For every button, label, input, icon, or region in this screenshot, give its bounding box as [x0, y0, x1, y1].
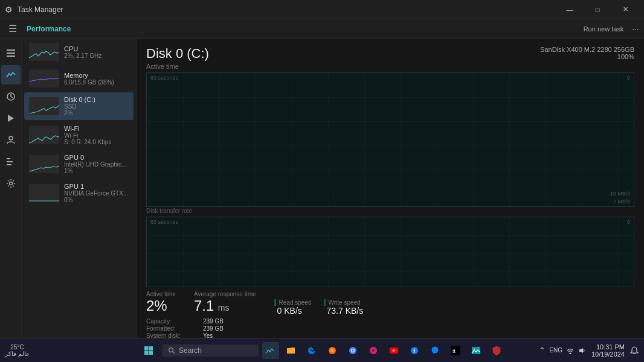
chart2-right: 0	[627, 219, 630, 225]
svg-rect-8	[7, 164, 11, 165]
avg-response-value: 7.1	[194, 297, 214, 314]
close-button[interactable]: ✕	[611, 0, 639, 19]
avg-response-value-row: 7.1 ms	[194, 297, 256, 314]
avg-response-label: Average response time	[194, 291, 256, 297]
write-speed-stat: Write speed 73.7 KB/s	[324, 299, 364, 316]
sidebar-icon-details[interactable]	[1, 152, 21, 171]
notification-icon[interactable]	[630, 346, 639, 355]
clock-date: 10/19/2024	[591, 351, 625, 358]
sidebar-icon-services[interactable]	[1, 174, 21, 193]
taskbar-app-chrome[interactable]	[344, 342, 361, 359]
svg-rect-17	[149, 346, 153, 351]
weather-widget[interactable]: 25°C عالم فاكر	[5, 344, 30, 357]
active-time-label: Active time	[146, 291, 176, 297]
taskbar-right: ⌃ ENG 10:31 PM 10/19/2024	[539, 343, 639, 358]
windows-button[interactable]	[139, 341, 158, 360]
wifi-sub2: S: 0 R: 24.0 Kbps	[64, 139, 129, 145]
read-speed-stat: Read speed 0 KB/s	[274, 299, 312, 316]
taskbar-app-youtube[interactable]	[385, 342, 402, 359]
icon-sidebar	[0, 39, 22, 357]
gpu1-thumb	[29, 184, 59, 202]
taskbar-app-antivirus[interactable]	[488, 342, 505, 359]
clock[interactable]: 10:31 PM 10/19/2024	[591, 343, 625, 358]
nav-item-cpu[interactable]: CPU 2%, 2.17 GHz	[24, 39, 134, 65]
taskbar-app-facebook[interactable]: f	[406, 342, 423, 359]
nav-item-disk0[interactable]: Disk 0 (C:) SSD 2%	[24, 92, 134, 120]
read-speed-label: Read speed	[274, 299, 312, 306]
memory-info: Memory 6.0/15.8 GB (38%)	[64, 72, 129, 86]
formatted-label: Formatted:	[146, 325, 201, 332]
svg-rect-12	[147, 73, 634, 206]
gpu1-info: GPU 1 NVIDIA GeForce GTX... 0%	[64, 183, 129, 203]
avg-response-stat: Average response time 7.1 ms	[194, 291, 256, 314]
tray-wifi[interactable]	[566, 347, 575, 354]
weather-temp: 25°C	[10, 344, 24, 351]
wifi-thumb	[29, 126, 59, 144]
svg-rect-14	[147, 217, 634, 287]
disk-model: SanDisk X400 M.2 2280 256GB	[540, 46, 634, 53]
app-title: Task Manager	[18, 5, 63, 14]
memory-sub: 6.0/15.8 GB (38%)	[64, 79, 129, 86]
nav-item-wifi[interactable]: Wi-Fi Wi-Fi S: 0 R: 24.0 Kbps	[24, 121, 134, 149]
wifi-info: Wi-Fi Wi-Fi S: 0 R: 24.0 Kbps	[64, 125, 129, 145]
performance-tab[interactable]: Performance	[27, 25, 71, 33]
avg-response-unit: ms	[218, 303, 230, 313]
svg-marker-41	[579, 348, 583, 353]
tray-lang[interactable]: ENG	[549, 347, 562, 354]
chart2-time: 60 seconds	[150, 219, 178, 225]
tray-volume[interactable]	[578, 347, 587, 354]
svg-point-24	[330, 349, 334, 352]
taskbar-app-music[interactable]	[365, 342, 382, 359]
memory-title: Memory	[64, 72, 129, 79]
run-new-task-button[interactable]: Run new task	[580, 24, 628, 34]
disk-chart-title: Disk 0 (C:)	[146, 46, 209, 62]
capacity-label: Capacity:	[146, 318, 201, 325]
nav-item-gpu0[interactable]: GPU 0 Intel(R) UHD Graphic... 1%	[24, 150, 134, 178]
sidebar-icon-processes[interactable]	[1, 43, 21, 63]
maximize-button[interactable]: □	[584, 0, 611, 19]
disk-percent: 100%	[540, 53, 634, 60]
svg-rect-7	[7, 161, 13, 162]
taskbar-app-messenger[interactable]	[427, 342, 443, 359]
taskbar-app-taskmanager[interactable]	[262, 342, 279, 359]
svg-rect-0	[7, 49, 15, 51]
app-icon: ⚙	[5, 5, 13, 14]
taskbar-app-folder[interactable]	[283, 342, 300, 359]
menu-icon[interactable]: ☰	[5, 21, 21, 37]
sidebar-icon-performance[interactable]	[1, 65, 21, 84]
svg-point-34	[432, 346, 439, 353]
gpu1-sub2: 0%	[64, 197, 129, 203]
minimize-button[interactable]: —	[556, 0, 584, 19]
transfer-rate-chart: 60 seconds 0 10 MB/s 7 MB/s	[146, 72, 634, 207]
search-bar[interactable]: Search	[162, 345, 259, 357]
speed-stats: Read speed 0 KB/s Write speed 73.7 KB/s	[274, 299, 364, 316]
memory-thumb	[29, 69, 59, 87]
svg-line-21	[173, 351, 175, 354]
response-time-chart: 60 seconds 0	[146, 217, 634, 287]
svg-rect-1	[7, 52, 15, 54]
nav-item-gpu1[interactable]: GPU 1 NVIDIA GeForce GTX... 0%	[24, 179, 134, 207]
gpu0-title: GPU 0	[64, 154, 129, 161]
formatted-value: 239 GB	[203, 325, 245, 332]
sidebar-icon-startup[interactable]	[1, 109, 21, 128]
svg-point-9	[9, 182, 12, 185]
taskbar-left: 25°C عالم فاكر	[5, 344, 30, 357]
nav-item-memory[interactable]: Memory 6.0/15.8 GB (38%)	[24, 66, 134, 91]
title-bar-left: ⚙ Task Manager	[5, 5, 63, 14]
taskbar-app-tiktok[interactable]: tt	[447, 342, 464, 359]
write-speed-label: Write speed	[324, 299, 364, 306]
content-area: Disk 0 (C:) Active time SanDisk X400 M.2…	[137, 39, 644, 357]
nav-sidebar: CPU 2%, 2.17 GHz Memory 6.0/15.8 GB (38%…	[22, 39, 137, 357]
sidebar-icon-history[interactable]	[1, 87, 21, 106]
taskbar-app-edge[interactable]	[303, 342, 320, 359]
taskbar-app-firefox[interactable]	[324, 342, 341, 359]
taskbar-app-photos[interactable]	[468, 342, 485, 359]
svg-point-29	[372, 349, 375, 352]
more-options-icon[interactable]: ···	[632, 24, 639, 34]
disk-info: Disk 0 (C:) SSD 2%	[64, 96, 129, 116]
chart1-footer: Disk transfer rate	[146, 208, 634, 214]
wifi-sub: Wi-Fi	[64, 132, 129, 139]
sidebar-icon-users[interactable]	[1, 130, 21, 150]
response-time-chart-block: 60 seconds 0	[146, 217, 634, 287]
tray-arrow[interactable]: ⌃	[539, 346, 546, 355]
